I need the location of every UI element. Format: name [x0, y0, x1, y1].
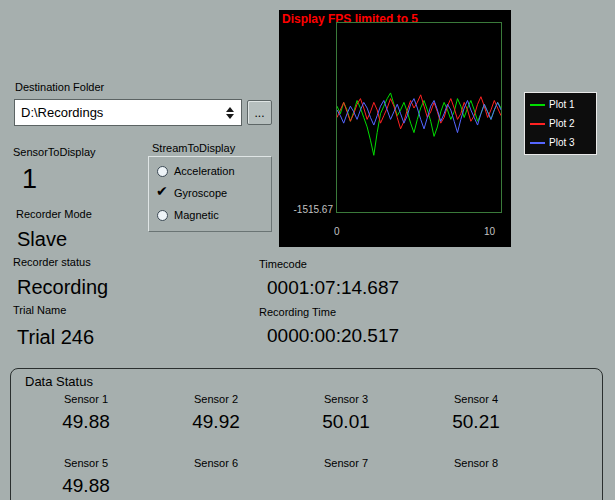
radio-option-gyroscope[interactable]: Gyroscope — [157, 184, 263, 202]
trial-name-label: Trial Name — [13, 304, 66, 316]
destination-folder-input[interactable]: D:\Recordings — [14, 99, 242, 126]
sensor-to-display-value: 1 — [22, 164, 37, 195]
radio-indicator-0[interactable] — [157, 166, 168, 177]
browse-button[interactable]: ... — [247, 100, 272, 125]
stream-to-display-group: Acceleration Gyroscope Magnetic — [148, 156, 272, 232]
sensor-label: Sensor 4 — [454, 393, 498, 405]
radio-indicator-2[interactable] — [157, 210, 168, 221]
sensor-cell-2: Sensor 2 49.92 — [151, 393, 281, 433]
recorder-mode-label: Recorder Mode — [16, 208, 92, 220]
sensor-cell-3: Sensor 3 50.01 — [281, 393, 411, 433]
data-status-title: Data Status — [25, 374, 93, 389]
plot-area — [336, 22, 502, 213]
sensor-label: Sensor 6 — [194, 457, 238, 469]
sensor-value: 49.88 — [62, 411, 110, 433]
timecode-label: Timecode — [259, 258, 307, 270]
destination-folder-label: Destination Folder — [15, 81, 104, 93]
sensor-cell-1: Sensor 1 49.88 — [21, 393, 151, 433]
timecode-value: 0001:07:14.687 — [267, 277, 399, 299]
sensor-value: 49.92 — [192, 411, 240, 433]
radio-option-magnetic[interactable]: Magnetic — [157, 206, 263, 224]
sensor-label: Sensor 2 — [194, 393, 238, 405]
recording-time-value: 0000:00:20.517 — [267, 325, 399, 347]
legend-label-plot3: Plot 3 — [549, 137, 575, 148]
sensor-cell-6: Sensor 6 — [151, 457, 281, 497]
sensor-label: Sensor 3 — [324, 393, 368, 405]
data-status-group: Data Status Sensor 1 49.88 Sensor 2 49.9… — [10, 368, 603, 500]
legend-line-0 — [530, 104, 545, 106]
chart-legend: Plot 1 Plot 2 Plot 3 — [524, 92, 597, 155]
destination-folder-value[interactable]: D:\Recordings — [15, 105, 222, 120]
sensor-cell-8: Sensor 8 — [411, 457, 541, 497]
sensor-cell-4: Sensor 4 50.21 — [411, 393, 541, 433]
recording-time-label: Recording Time — [259, 306, 336, 318]
sensor-label: Sensor 1 — [64, 393, 108, 405]
legend-item-plot2: Plot 2 — [525, 114, 596, 133]
radio-indicator-1[interactable] — [157, 188, 168, 199]
legend-line-1 — [530, 123, 545, 125]
trial-name-value: Trial 246 — [17, 326, 94, 349]
waveform-svg — [337, 23, 501, 212]
sensor-label: Sensor 5 — [64, 457, 108, 469]
sensor-value: 50.21 — [452, 411, 500, 433]
y-axis-min-label: -1515.67 — [287, 204, 333, 215]
sensor-value: 50.01 — [322, 411, 370, 433]
recorder-status-label: Recorder status — [13, 256, 91, 268]
sensor-label: Sensor 8 — [454, 457, 498, 469]
x-axis-tick-max: 10 — [484, 226, 495, 237]
radio-label-magnetic: Magnetic — [174, 209, 219, 221]
radio-label-gyroscope: Gyroscope — [174, 187, 227, 199]
sensor-cell-7: Sensor 7 — [281, 457, 411, 497]
sensor-cell-5: Sensor 5 49.88 — [21, 457, 151, 497]
radio-label-acceleration: Acceleration — [174, 165, 235, 177]
recorder-mode-value: Slave — [17, 228, 67, 251]
spinner-up-icon — [226, 107, 234, 112]
radio-option-acceleration[interactable]: Acceleration — [157, 162, 263, 180]
legend-item-plot1: Plot 1 — [525, 95, 596, 114]
chart-panel: Display FPS limited to 5 -1515.67 0 10 — [279, 10, 511, 247]
stream-to-display-label: StreamToDisplay — [152, 142, 235, 154]
legend-label-plot2: Plot 2 — [549, 118, 575, 129]
recorder-status-value: Recording — [17, 276, 108, 299]
sensor-label: Sensor 7 — [324, 457, 368, 469]
spinner-down-icon — [226, 114, 234, 119]
legend-line-2 — [530, 142, 545, 144]
path-spinner-control[interactable] — [222, 107, 238, 119]
legend-item-plot3: Plot 3 — [525, 133, 596, 152]
sensor-to-display-label: SensorToDisplay — [13, 146, 96, 158]
legend-label-plot1: Plot 1 — [549, 99, 575, 110]
x-axis-tick-min: 0 — [334, 226, 340, 237]
sensor-value: 49.88 — [62, 475, 110, 497]
app-window: Destination Folder D:\Recordings ... Sen… — [0, 0, 615, 500]
sensor-grid: Sensor 1 49.88 Sensor 2 49.92 Sensor 3 5… — [21, 393, 541, 497]
